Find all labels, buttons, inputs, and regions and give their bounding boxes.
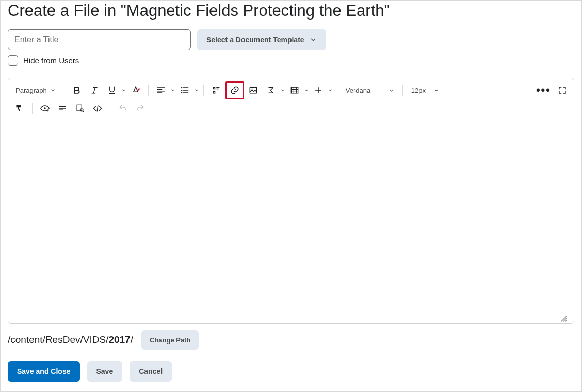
link-icon (230, 85, 240, 95)
svg-point-0 (181, 87, 183, 89)
list-button[interactable] (176, 82, 193, 99)
align-button[interactable] (153, 82, 169, 99)
save-button[interactable]: Save (87, 361, 123, 382)
underline-icon (107, 85, 117, 95)
font-size-select[interactable]: 12px (407, 82, 443, 99)
chevron-down-icon[interactable] (304, 88, 309, 93)
accessibility-checker-button[interactable] (37, 100, 53, 117)
source-code-button[interactable] (89, 100, 106, 117)
title-template-row: Select a Document Template (8, 29, 574, 50)
chevron-down-icon (389, 88, 394, 93)
svg-rect-3 (250, 87, 256, 93)
path-bold: 2017 (108, 334, 130, 345)
hide-checkbox[interactable] (8, 55, 18, 66)
separator (110, 103, 110, 114)
chevron-down-icon (433, 88, 439, 93)
page-search-icon (75, 103, 85, 113)
chevron-down-icon (310, 36, 317, 43)
change-path-button[interactable]: Change Path (141, 330, 199, 350)
preview-button[interactable] (72, 100, 88, 117)
code-icon (92, 103, 103, 113)
title-input[interactable] (8, 29, 191, 50)
chevron-down-icon (50, 88, 56, 93)
insert-stuff-button[interactable] (208, 82, 224, 99)
file-path-text: /content/ResDev/VIDS/2017/ (8, 334, 133, 346)
italic-button[interactable] (86, 82, 103, 99)
separator (148, 85, 149, 96)
toolbar-row-2 (8, 99, 574, 120)
table-icon (289, 85, 300, 95)
format-painter-icon (14, 103, 25, 113)
path-suffix: / (131, 334, 133, 345)
sigma-icon (266, 86, 276, 95)
redo-icon (136, 104, 145, 113)
separator (337, 85, 337, 96)
rich-text-editor: Paragraph (8, 78, 574, 324)
fullscreen-button[interactable] (554, 82, 571, 99)
save-and-close-button[interactable]: Save and Close (8, 361, 80, 382)
plus-icon (314, 86, 323, 95)
eye-check-icon (40, 103, 50, 113)
bold-icon (72, 85, 82, 95)
insert-image-button[interactable] (245, 82, 262, 99)
resize-handle-icon[interactable] (560, 315, 568, 322)
font-size-label: 12px (411, 87, 426, 94)
format-painter-button[interactable] (11, 100, 28, 117)
action-buttons: Save and Close Save Cancel (8, 361, 574, 382)
separator (64, 85, 64, 96)
word-count-icon (57, 103, 68, 113)
equation-button[interactable] (263, 82, 279, 99)
redo-button[interactable] (132, 100, 149, 117)
word-count-button[interactable] (54, 100, 71, 117)
editor-content-area[interactable] (13, 120, 569, 323)
table-button[interactable] (286, 82, 303, 99)
bold-button[interactable] (69, 82, 85, 99)
text-color-button[interactable] (127, 82, 144, 99)
align-left-icon (156, 85, 166, 95)
font-family-select[interactable]: Verdana (342, 82, 398, 99)
page: Create a File in "Magnetic Fields Protec… (0, 0, 582, 392)
insert-link-button[interactable] (225, 81, 244, 99)
separator (402, 85, 403, 96)
text-color-icon (131, 85, 141, 95)
undo-icon (118, 104, 127, 113)
image-icon (248, 85, 258, 95)
svg-point-1 (181, 90, 183, 91)
italic-icon (89, 85, 100, 95)
chevron-down-icon[interactable] (194, 88, 199, 93)
svg-point-4 (251, 89, 252, 90)
separator (203, 85, 204, 96)
chevron-down-icon[interactable] (328, 88, 333, 93)
path-prefix: /content/ResDev/VIDS/ (8, 334, 108, 345)
paragraph-style-select[interactable]: Paragraph (11, 82, 60, 99)
template-button-label: Select a Document Template (206, 36, 304, 44)
paragraph-style-label: Paragraph (15, 87, 47, 94)
undo-button[interactable] (115, 100, 131, 117)
underline-button[interactable] (104, 82, 120, 99)
insert-more-button[interactable] (310, 82, 327, 99)
hide-from-users-row: Hide from Users (8, 55, 574, 66)
svg-rect-5 (291, 87, 298, 93)
page-title: Create a File in "Magnetic Fields Protec… (8, 2, 574, 20)
separator (32, 103, 33, 114)
chevron-down-icon[interactable] (170, 88, 175, 93)
svg-point-6 (44, 107, 46, 109)
hide-label: Hide from Users (23, 56, 79, 65)
svg-rect-7 (77, 105, 82, 111)
select-template-button[interactable]: Select a Document Template (197, 29, 326, 50)
svg-point-2 (181, 92, 183, 94)
insert-stuff-icon (211, 85, 221, 95)
more-actions-button[interactable]: ••• (534, 82, 553, 99)
fullscreen-icon (558, 86, 567, 95)
cancel-button[interactable]: Cancel (130, 361, 172, 382)
list-icon (180, 85, 190, 95)
chevron-down-icon[interactable] (121, 88, 126, 93)
toolbar-row-1: Paragraph (8, 78, 574, 99)
font-family-label: Verdana (346, 87, 370, 94)
file-path-row: /content/ResDev/VIDS/2017/ Change Path (8, 330, 574, 350)
chevron-down-icon[interactable] (280, 88, 285, 93)
